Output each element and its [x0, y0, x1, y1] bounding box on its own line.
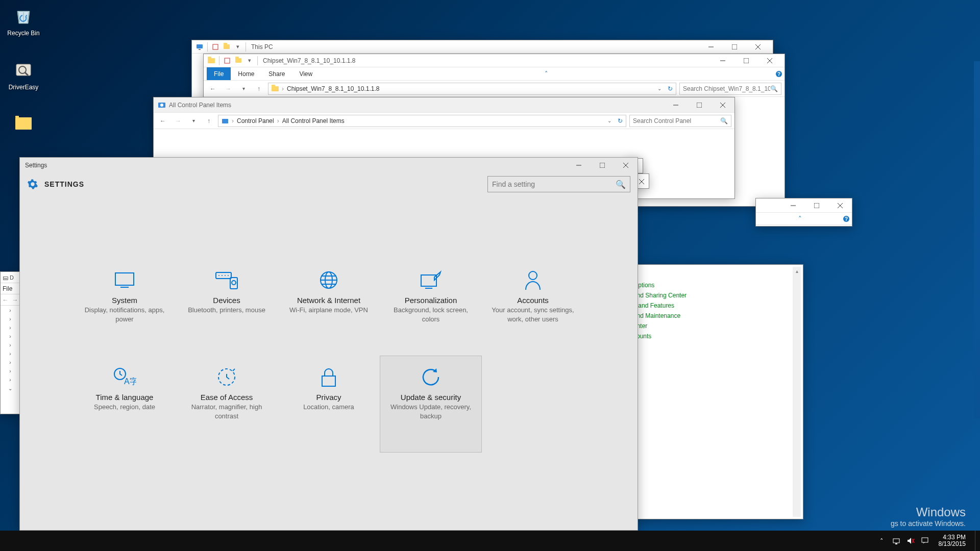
folder-icon[interactable] [207, 56, 216, 65]
help-icon[interactable]: ? [841, 213, 852, 224]
maximize-button[interactable] [805, 198, 828, 212]
settings-tile-devices[interactable]: Devices Bluetooth, printers, mouse [176, 259, 278, 356]
new-folder-icon[interactable] [234, 56, 243, 65]
close-button[interactable] [711, 97, 734, 112]
file-menu[interactable]: File [1, 283, 20, 294]
breadcrumb-item[interactable]: Control Panel [237, 117, 274, 124]
minimize-button[interactable] [711, 54, 734, 67]
search-icon[interactable]: 🔍 [770, 85, 778, 92]
minimize-button[interactable] [781, 198, 805, 212]
maximize-button[interactable] [723, 40, 746, 53]
settings-search-input[interactable] [492, 180, 616, 188]
address-bar[interactable]: › Chipset_Win7_8_8.1_10_10.1.1.8 ⌄ ↻ [268, 83, 676, 95]
tree-expand-icon[interactable]: › [9, 334, 11, 339]
breadcrumb-item[interactable]: All Control Panel Items [282, 117, 345, 124]
nav-back-button[interactable]: ← [3, 296, 9, 304]
customize-qa-icon[interactable]: ▾ [233, 42, 242, 52]
search-input[interactable] [683, 85, 770, 92]
address-dropdown-icon[interactable]: ⌄ [607, 118, 611, 123]
settings-tile-network[interactable]: Network & Internet Wi-Fi, airplane mode,… [278, 259, 380, 356]
maximize-button[interactable] [591, 158, 614, 173]
control-panel-item-link[interactable]: enter [633, 321, 800, 331]
help-icon[interactable]: ? [773, 67, 785, 80]
ribbon-expand-icon[interactable]: ˄ [794, 213, 805, 224]
control-panel-item-link[interactable]: Options [633, 280, 800, 290]
search-box[interactable]: 🔍 [629, 115, 731, 127]
close-button[interactable] [828, 198, 852, 212]
tree-expand-icon[interactable]: › [9, 316, 11, 322]
desktop-icon-drivereasy[interactable]: DriverEasy [4, 57, 43, 91]
tree-expand-icon[interactable]: › [9, 351, 11, 357]
explorer-window-fragment[interactable]: ˄ ? [755, 198, 852, 227]
nav-forward-button[interactable]: → [222, 83, 234, 95]
minimize-button[interactable] [664, 97, 688, 112]
tab-home[interactable]: Home [231, 67, 261, 80]
control-panel-item-link[interactable]: s and Features [633, 300, 800, 311]
nav-recent-button[interactable]: ▾ [237, 83, 250, 95]
settings-search-box[interactable]: 🔍 [487, 176, 630, 192]
settings-tile-system[interactable]: System Display, notifications, apps, pow… [74, 259, 176, 356]
tab-view[interactable]: View [292, 67, 320, 80]
tree-expand-icon[interactable]: › [9, 368, 11, 374]
desktop-icon-folder[interactable] [4, 111, 43, 138]
minimize-button[interactable] [699, 40, 723, 53]
tree-expand-icon[interactable]: › [9, 360, 11, 365]
ribbon-expand-icon[interactable]: ˄ [541, 67, 552, 80]
search-input[interactable] [633, 117, 720, 124]
control-panel-item-link[interactable]: and Maintenance [633, 311, 800, 321]
settings-tile-privacy[interactable]: Privacy Location, camera [278, 356, 380, 453]
address-dropdown-icon[interactable]: ⌄ [657, 86, 662, 91]
show-desktop-button[interactable] [975, 531, 978, 551]
titlebar[interactable]: All Control Panel Items [154, 97, 734, 113]
monitor-icon[interactable] [195, 42, 204, 52]
tree-expand-icon[interactable]: › [9, 342, 11, 348]
network-icon[interactable] [892, 536, 901, 545]
search-box[interactable]: 🔍 [679, 83, 781, 95]
action-center-icon[interactable] [920, 536, 929, 545]
breadcrumb-item[interactable]: Chipset_Win7_8_8.1_10_10.1.1.8 [287, 85, 379, 92]
minimize-button[interactable] [567, 158, 591, 173]
refresh-icon[interactable]: ↻ [618, 117, 623, 124]
settings-tile-personalization[interactable]: Personalization Background, lock screen,… [380, 259, 482, 356]
search-icon[interactable]: 🔍 [616, 180, 626, 189]
control-panel-item-link[interactable]: and Sharing Center [633, 290, 800, 300]
maximize-button[interactable] [734, 54, 758, 67]
nav-up-button[interactable]: ↑ [253, 83, 265, 95]
properties-icon[interactable] [223, 56, 232, 65]
control-panel-item-link[interactable]: counts [633, 331, 800, 341]
settings-tile-time-language[interactable]: A字 Time & language Speech, region, date [74, 356, 176, 453]
taskbar[interactable]: ˄ 4:33 PM 8/13/2015 [0, 531, 980, 551]
settings-tile-ease-of-access[interactable]: Ease of Access Narrator, magnifier, high… [176, 356, 278, 453]
nav-forward-button[interactable]: → [172, 115, 184, 127]
properties-icon[interactable] [211, 42, 220, 52]
tray-overflow-icon[interactable]: ˄ [877, 536, 887, 545]
nav-recent-button[interactable]: ▾ [187, 115, 200, 127]
volume-icon[interactable] [906, 536, 915, 545]
tab-file[interactable]: File [207, 67, 231, 80]
refresh-icon[interactable]: ↻ [668, 85, 673, 92]
tree-expand-icon[interactable]: › [9, 377, 11, 383]
close-button[interactable] [758, 54, 781, 67]
settings-tile-accounts[interactable]: Accounts Your account, sync settings, wo… [482, 259, 584, 356]
tree-expand-icon[interactable]: › [9, 325, 11, 331]
maximize-button[interactable] [688, 97, 711, 112]
titlebar[interactable]: Settings [20, 158, 638, 173]
nav-up-button[interactable]: ↑ [203, 115, 215, 127]
settings-tile-update-security[interactable]: Update & security Windows Update, recove… [380, 356, 482, 453]
explorer-window-leftedge[interactable]: 🖴 D File ←→ ›››››››››⌄ [0, 271, 20, 414]
tree-expand-icon[interactable]: › [9, 308, 11, 313]
nav-back-button[interactable]: ← [157, 115, 169, 127]
taskbar-clock[interactable]: 4:33 PM 8/13/2015 [935, 534, 970, 547]
address-bar[interactable]: › Control Panel › All Control Panel Item… [218, 115, 626, 127]
new-folder-icon[interactable] [222, 42, 231, 52]
nav-forward-button[interactable]: → [12, 296, 18, 304]
tree-expand-icon[interactable]: ⌄ [8, 386, 12, 391]
tab-share[interactable]: Share [261, 67, 292, 80]
customize-qa-icon[interactable]: ▾ [245, 56, 254, 65]
nav-back-button[interactable]: ← [207, 83, 219, 95]
close-button[interactable] [614, 158, 638, 173]
desktop-icon-recycle-bin[interactable]: Recycle Bin [4, 3, 43, 37]
search-icon[interactable]: 🔍 [720, 117, 728, 124]
scrollbar[interactable]: ▴ [793, 267, 801, 517]
settings-window[interactable]: Settings SETTINGS 🔍 System Displ [19, 157, 638, 531]
